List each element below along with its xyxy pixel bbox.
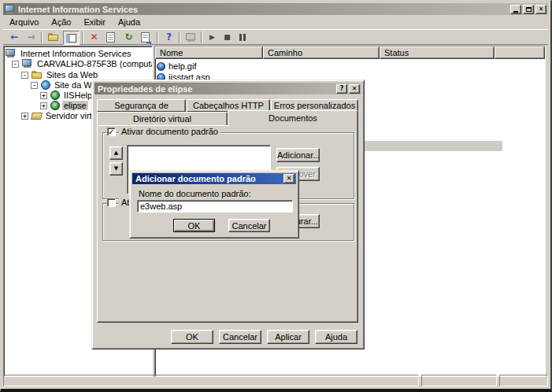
tree-item-iishelp[interactable]: + IISHelp xyxy=(40,90,94,101)
repaint-artifact xyxy=(362,141,502,151)
tree-item-sites-web[interactable]: - Sites da Web xyxy=(21,69,99,80)
document-icon xyxy=(157,62,165,71)
stop-item-icon[interactable]: ■ xyxy=(219,31,235,45)
main-titlebar[interactable]: Internet Information Services ✕ xyxy=(3,3,548,15)
connect-computer-icon[interactable] xyxy=(183,31,199,45)
toolbar-separator xyxy=(201,31,202,43)
minimize-button[interactable] xyxy=(510,5,521,14)
computer-icon xyxy=(22,59,33,68)
maximize-button[interactable] xyxy=(523,5,534,14)
list-header: Nome Caminho Status xyxy=(155,46,545,59)
enable-default-doc-label: Ativar documento padrão xyxy=(119,127,220,136)
adicionar-button[interactable]: Adicionar... xyxy=(276,148,320,162)
tab-diretorio-virtual[interactable]: Diretório virtual xyxy=(97,112,228,126)
web-site-icon xyxy=(41,80,50,90)
toolbar-separator xyxy=(179,31,180,43)
tree-item-label-selected[interactable]: elipse xyxy=(62,101,88,110)
smtp-server-icon xyxy=(31,113,43,120)
aplicar-button[interactable]: Aplicar xyxy=(267,330,309,344)
properties-icon[interactable] xyxy=(103,31,120,45)
properties-dialog-titlebar[interactable]: Propriedades de elipse ? ✕ xyxy=(94,83,361,94)
status-panel xyxy=(499,375,548,386)
column-header-status[interactable]: Status xyxy=(380,46,495,59)
delete-icon[interactable]: ✕ xyxy=(86,31,102,45)
refresh-icon[interactable]: ↻ xyxy=(120,31,137,45)
tree-item-label[interactable]: Internet Information Services xyxy=(19,49,133,58)
document-name-input[interactable] xyxy=(137,200,293,213)
collapse-icon[interactable]: - xyxy=(21,72,28,79)
toolbar-separator xyxy=(82,31,83,43)
window-title: Internet Information Services xyxy=(16,5,509,14)
status-panel xyxy=(3,375,419,386)
close-icon[interactable]: ✕ xyxy=(349,84,360,94)
move-up-icon[interactable]: ▲ xyxy=(109,146,123,160)
tree-item-label[interactable]: Sites da Web xyxy=(45,70,99,80)
ajuda-button[interactable]: Ajuda xyxy=(315,330,358,344)
tree-item-computer[interactable]: - CARVALHO-875F3B (computador local) xyxy=(12,58,153,69)
export-list-icon[interactable]: → xyxy=(138,31,154,45)
menu-arquivo[interactable]: Arquivo xyxy=(3,16,45,28)
status-panel xyxy=(421,375,497,386)
toolbar-separator xyxy=(157,31,158,43)
enable-default-doc-checkbox[interactable]: ✓ xyxy=(107,128,116,136)
virtual-dir-icon xyxy=(50,91,60,100)
back-icon[interactable]: ← xyxy=(6,31,23,45)
app-icon xyxy=(5,5,16,14)
toolbar-separator xyxy=(41,31,43,43)
move-down-icon[interactable]: ▼ xyxy=(109,162,123,176)
collapse-icon[interactable]: - xyxy=(31,82,38,89)
close-button[interactable]: ✕ xyxy=(535,5,546,14)
iis-root-icon xyxy=(6,49,17,58)
up-one-level-icon[interactable] xyxy=(45,31,61,45)
add-cancelar-button[interactable]: Cancelar xyxy=(228,219,270,232)
enable-footer-checkbox[interactable] xyxy=(107,198,116,207)
dialog-title: Adicionar documento padrão xyxy=(134,174,282,183)
tab-seguranca-diretorio[interactable]: Segurança de diretório xyxy=(97,99,186,112)
expand-icon[interactable]: + xyxy=(21,113,28,120)
menubar: Arquivo Ação Exibir Ajuda xyxy=(3,16,548,28)
expand-icon[interactable]: + xyxy=(40,102,47,109)
tree-item-root[interactable]: Internet Information Services xyxy=(6,48,133,59)
dialog-title: Propriedades de elipse xyxy=(96,84,335,94)
pause-item-icon[interactable] xyxy=(234,31,250,45)
document-name-label: Nome do documento padrão: xyxy=(139,189,250,198)
virtual-dir-icon xyxy=(50,101,60,110)
close-icon[interactable]: ✕ xyxy=(283,174,295,183)
menu-ajuda[interactable]: Ajuda xyxy=(112,16,146,28)
add-ok-button[interactable]: OK xyxy=(173,219,215,232)
tree-item-elipse[interactable]: + elipse xyxy=(40,100,88,111)
list-item-help-gif[interactable]: help.gif xyxy=(155,61,196,72)
column-header-nome[interactable]: Nome xyxy=(155,46,263,59)
forward-icon[interactable]: → xyxy=(23,31,39,45)
menu-acao[interactable]: Ação xyxy=(45,16,77,28)
show-tree-icon[interactable] xyxy=(63,31,80,45)
collapse-icon[interactable]: - xyxy=(12,61,19,68)
list-item-label[interactable]: help.gif xyxy=(169,61,196,71)
iis-main-window: Internet Information Services ✕ Arquivo … xyxy=(0,0,552,392)
toolbar: ← → ✕ ↻ → ? ▶ ■ xyxy=(3,29,548,45)
column-header-caminho[interactable]: Caminho xyxy=(263,46,380,59)
start-item-icon[interactable]: ▶ xyxy=(204,31,220,45)
tab-documentos[interactable]: Documentos xyxy=(228,110,358,127)
ok-button[interactable]: OK xyxy=(171,330,213,344)
column-header-blank[interactable] xyxy=(495,46,545,59)
tree-item-label[interactable]: CARVALHO-875F3B (computador local) xyxy=(35,59,153,68)
tree-item-label[interactable]: IISHelp xyxy=(62,91,94,100)
help-icon[interactable]: ? xyxy=(161,31,177,45)
status-bar xyxy=(3,375,548,386)
expand-icon[interactable]: + xyxy=(40,92,47,99)
folder-icon xyxy=(31,71,43,80)
add-default-document-dialog: Adicionar documento padrão ✕ Nome do doc… xyxy=(129,170,299,239)
menu-exibir[interactable]: Exibir xyxy=(77,16,112,28)
add-dialog-titlebar[interactable]: Adicionar documento padrão ✕ xyxy=(132,173,296,184)
context-help-icon[interactable]: ? xyxy=(336,84,347,94)
cancelar-button[interactable]: Cancelar xyxy=(219,330,261,344)
